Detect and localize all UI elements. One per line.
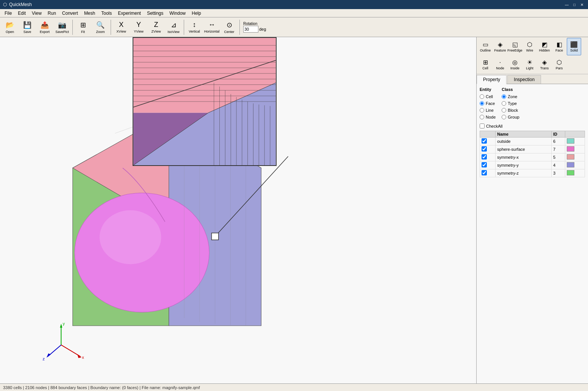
menu-item-edit[interactable]: Edit <box>15 9 29 17</box>
menu-item-experiment[interactable]: Experiment <box>115 9 144 17</box>
table-row: symmetry-z3 <box>480 169 585 177</box>
trans-btn[interactable]: ◈Trans <box>537 56 552 73</box>
row-name-3: symmetry-y <box>496 161 552 169</box>
freeedge-btn-icon: ◱ <box>512 41 518 48</box>
zoom-button[interactable]: 🔍Zoom <box>92 19 109 36</box>
open-button[interactable]: 📂Open <box>2 19 18 36</box>
tab-property[interactable]: Property <box>477 75 507 84</box>
menu-item-help[interactable]: Help <box>189 9 204 17</box>
zview-button-icon: Z <box>154 21 158 29</box>
row-name-4: symmetry-z <box>496 169 552 177</box>
rotation-group: Rotation deg <box>243 22 266 33</box>
row-id-3: 4 <box>552 161 565 169</box>
entity-node-radio[interactable] <box>480 115 484 119</box>
horizontal-button-icon: ↔ <box>208 21 215 29</box>
isoview-button[interactable]: ⊿IsoView <box>165 19 182 36</box>
row-color-4 <box>567 170 574 175</box>
tab-inspection[interactable]: Inspection <box>507 75 541 84</box>
entity-column: Entity Cell Face Line N <box>480 87 496 120</box>
savepict-button-label: SavePict <box>55 30 69 34</box>
node-btn-icon: · <box>499 59 501 66</box>
hidden-btn[interactable]: ◩Hidden <box>537 38 552 55</box>
entity-line-radio[interactable] <box>480 108 484 113</box>
status-text: 3380 cells | 2106 nodes | 884 boundary f… <box>3 385 200 390</box>
face-btn[interactable]: ◧Face <box>552 38 566 55</box>
inside-btn[interactable]: ◎Inside <box>508 56 522 73</box>
row-check-3[interactable] <box>482 162 487 167</box>
cell-btn[interactable]: ⊞Cell <box>478 56 493 73</box>
row-check-4[interactable] <box>482 170 487 175</box>
menu-item-view[interactable]: View <box>29 9 45 17</box>
fit-button[interactable]: ⊞Fit <box>75 19 91 36</box>
cell-btn-icon: ⊞ <box>483 59 488 66</box>
light-btn[interactable]: ☀Light <box>522 56 537 73</box>
class-group-row: Group <box>502 115 519 119</box>
hidden-btn-icon: ◩ <box>542 41 547 48</box>
row-check-0[interactable] <box>482 138 487 144</box>
row-id-1: 7 <box>552 145 565 153</box>
class-type-radio[interactable] <box>502 101 506 106</box>
class-zone-radio[interactable] <box>502 94 506 99</box>
entity-class-section: Entity Cell Face Line N <box>480 87 585 120</box>
menubar: FileEditViewRunConvertMeshToolsExperimen… <box>0 9 588 17</box>
rotation-input[interactable] <box>243 26 258 33</box>
row-check-2[interactable] <box>482 154 487 160</box>
toolbar-separator-9 <box>184 20 184 35</box>
solid-btn[interactable]: ⬛Solid <box>567 38 581 55</box>
face-btn-label: Face <box>555 48 563 52</box>
yview-button[interactable]: YYView <box>130 19 147 36</box>
viewport[interactable]: y z x <box>0 37 476 383</box>
freeedge-btn[interactable]: ◱FreeEdge <box>508 38 522 55</box>
table-row: symmetry-y4 <box>480 161 585 169</box>
minimize-button[interactable]: — <box>564 2 570 8</box>
entity-line-row: Line <box>480 108 496 113</box>
toolbar-separator-12 <box>239 20 240 35</box>
savepict-button[interactable]: 📷SavePict <box>54 19 70 36</box>
fit-button-label: Fit <box>81 30 85 34</box>
menu-item-file[interactable]: File <box>2 9 15 17</box>
zoom-button-label: Zoom <box>96 30 105 34</box>
row-name-2: symmetry-x <box>496 153 552 161</box>
node-btn[interactable]: ·Node <box>493 56 507 73</box>
menu-item-window[interactable]: Window <box>166 9 189 17</box>
horizontal-button[interactable]: ↔Horizontal <box>203 19 220 36</box>
menu-item-tools[interactable]: Tools <box>98 9 115 17</box>
pars-btn[interactable]: ⬡Pars <box>552 56 566 73</box>
trans-btn-label: Trans <box>540 66 549 70</box>
save-button[interactable]: 💾Save <box>19 19 36 36</box>
xview-button[interactable]: XXView <box>113 19 130 36</box>
vertical-button[interactable]: ↕Vertical <box>186 19 203 36</box>
entity-cell-row: Cell <box>480 94 496 99</box>
check-all-label: CheckAll <box>486 124 502 128</box>
inside-btn-label: Inside <box>510 66 519 70</box>
outline-btn[interactable]: ▭Outline <box>478 38 493 55</box>
menu-item-mesh[interactable]: Mesh <box>81 9 98 17</box>
row-check-1[interactable] <box>482 146 487 152</box>
outline-btn-icon: ▭ <box>483 41 488 48</box>
export-button[interactable]: 📤Export <box>36 19 53 36</box>
center-button[interactable]: ⊙Center <box>221 19 238 36</box>
cell-btn-label: Cell <box>482 66 488 70</box>
menu-item-run[interactable]: Run <box>45 9 59 17</box>
feature-btn[interactable]: ◈Feature <box>493 38 507 55</box>
entity-face-radio[interactable] <box>480 101 484 106</box>
class-block-radio[interactable] <box>502 108 506 113</box>
menu-item-convert[interactable]: Convert <box>59 9 81 17</box>
magnify-view <box>133 37 277 166</box>
toolbar: 📂Open💾Save📤Export📷SavePict⊞Fit🔍ZoomXXVie… <box>0 17 588 37</box>
maximize-button[interactable]: □ <box>571 2 577 8</box>
light-btn-icon: ☀ <box>527 59 532 66</box>
check-all-checkbox[interactable] <box>480 124 485 128</box>
fit-button-icon: ⊞ <box>80 21 86 29</box>
menu-item-settings[interactable]: Settings <box>144 9 166 17</box>
class-type-label: Type <box>508 101 517 106</box>
wire-btn[interactable]: ⬡Wire <box>522 38 537 55</box>
class-group-radio[interactable] <box>502 115 506 119</box>
close-button[interactable]: ✕ <box>579 2 585 8</box>
yview-button-icon: Y <box>136 21 141 29</box>
entity-cell-radio[interactable] <box>480 94 484 99</box>
export-button-label: Export <box>40 30 50 34</box>
entity-cell-label: Cell <box>486 94 493 99</box>
rotation-label: Rotation <box>243 22 257 26</box>
zview-button[interactable]: ZZView <box>148 19 164 36</box>
